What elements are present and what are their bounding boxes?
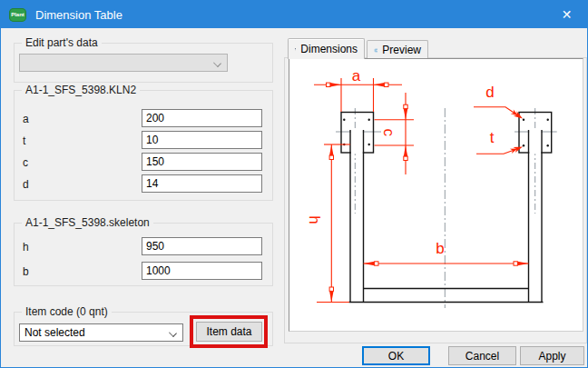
dimension-labels: a c d t h b: [306, 67, 495, 257]
close-icon[interactable]: ✕: [546, 1, 587, 28]
tab-preview[interactable]: Preview: [367, 40, 428, 59]
dim-label-b: b: [436, 240, 444, 257]
input-a[interactable]: [142, 109, 262, 127]
input-h[interactable]: [142, 237, 262, 255]
input-d[interactable]: [142, 174, 262, 193]
ok-button[interactable]: OK: [362, 346, 430, 365]
right-plate-notch: [529, 130, 541, 154]
dim-label-c: c: [380, 128, 397, 136]
field-label-b: b: [23, 265, 29, 278]
input-c[interactable]: [142, 153, 262, 171]
dimension-table-dialog: Plant Dimension Table ✕ Edit part's data…: [0, 0, 588, 368]
field-label-d: d: [23, 178, 29, 191]
kln2-group-label: A1-1_SFS_5398.KLN2: [22, 84, 140, 96]
dimension-arrowheads: [327, 83, 529, 302]
dimensions-drawing-canvas: a c d t h b: [289, 58, 583, 332]
title-bar: Plant Dimension Table ✕: [1, 1, 587, 28]
apply-button[interactable]: Apply: [520, 346, 584, 365]
dim-label-a: a: [352, 67, 361, 85]
preview-icon: [374, 45, 377, 56]
dim-label-h: h: [306, 215, 323, 224]
dimensions-icon: [295, 44, 296, 55]
dim-label-d: d: [485, 84, 494, 101]
item-code-combobox[interactable]: Not selected: [19, 323, 183, 342]
item-data-button[interactable]: Item data: [196, 322, 262, 342]
cancel-button[interactable]: Cancel: [448, 346, 516, 365]
field-label-a: a: [23, 113, 29, 125]
field-label-c: c: [23, 156, 28, 169]
chevron-down-icon: [213, 59, 221, 67]
tab-dimensions[interactable]: Dimensions: [288, 38, 365, 59]
dim-label-t: t: [490, 129, 495, 146]
input-b[interactable]: [142, 262, 262, 280]
input-t[interactable]: [142, 131, 262, 149]
dimension-drawing: a c d t h b: [289, 59, 583, 331]
tab-preview-label: Preview: [382, 44, 421, 56]
left-plate-notch: [351, 130, 363, 154]
skeleton-group-label: A1-1_SFS_5398.skeleton: [22, 216, 153, 229]
chevron-down-icon: [169, 329, 177, 337]
frame-structure: [341, 113, 552, 154]
field-label-h: h: [23, 241, 29, 254]
edit-parts-data-combobox[interactable]: [19, 54, 228, 72]
centerlines: [336, 108, 557, 308]
item-code-combobox-value: Not selected: [24, 326, 85, 339]
legs-and-beam: [349, 130, 544, 303]
window-title: Dimension Table: [35, 8, 122, 22]
item-code-group-label: Item code (0 qnt): [22, 305, 112, 318]
edit-parts-data-label: Edit part's data: [22, 36, 102, 49]
plant-app-icon: Plant: [9, 8, 26, 22]
tab-dimensions-label: Dimensions: [300, 43, 358, 55]
field-label-t: t: [23, 134, 25, 147]
